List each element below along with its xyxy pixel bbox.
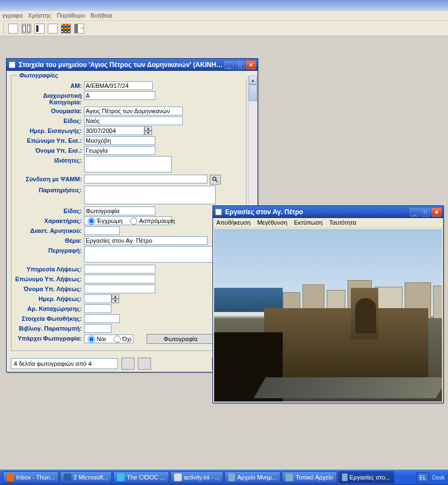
date-shot-field[interactable] bbox=[84, 294, 111, 303]
taskbar-item[interactable]: Τοπικό Αρχείο bbox=[282, 471, 337, 483]
radio-bw-input[interactable] bbox=[130, 218, 137, 225]
mdi-desktop: Στοιχεία του μνημείου 'Αγιος Πέτρος των … bbox=[0, 36, 448, 470]
am-field[interactable] bbox=[84, 81, 153, 90]
toolbar-view-single-icon[interactable] bbox=[8, 24, 18, 34]
word-icon bbox=[64, 473, 71, 481]
language-indicator[interactable]: EL bbox=[417, 472, 429, 482]
surname-in-field[interactable] bbox=[84, 136, 155, 145]
photo-arch bbox=[355, 298, 376, 333]
taskbar-item[interactable]: Αρχείο Μνημ... bbox=[225, 471, 281, 483]
open-photo-button[interactable]: Φωτογραφία bbox=[147, 334, 215, 344]
viewer-menu-identity[interactable]: Ταυτότητα bbox=[329, 219, 356, 226]
label-date-in: Ημερ. Εισαγωγής: bbox=[14, 126, 84, 134]
fieldset-legend: Φωτογραφίες bbox=[17, 72, 247, 79]
regno-field[interactable] bbox=[84, 304, 111, 313]
menu-item[interactable]: γγραφα bbox=[2, 12, 23, 19]
taskbar-item-label: Τοπικό Αρχείο bbox=[295, 474, 333, 481]
app-toolbar bbox=[0, 21, 448, 36]
taskbar-item-label: Αρχείο Μνημ... bbox=[237, 474, 277, 481]
has-photo-radio-group: Ναι Όχι bbox=[84, 335, 133, 343]
radio-no[interactable]: Όχι bbox=[114, 336, 132, 343]
name-field[interactable] bbox=[84, 107, 183, 115]
label-am: ΑΜ: bbox=[14, 81, 84, 89]
maximize-button[interactable]: □ bbox=[421, 208, 430, 216]
menu-item[interactable]: Χρήστης bbox=[28, 12, 51, 19]
radio-no-label: Όχι bbox=[122, 336, 132, 342]
date-spinner[interactable]: ▲▼ bbox=[144, 126, 152, 135]
surname-shot-field[interactable] bbox=[84, 275, 155, 283]
type2-field[interactable] bbox=[84, 207, 155, 215]
nav-prev-button[interactable] bbox=[121, 358, 135, 370]
radio-color-label: Έγχρωμη bbox=[97, 218, 122, 224]
ie-icon bbox=[117, 473, 125, 481]
radio-yes-input[interactable] bbox=[88, 336, 95, 343]
scroll-thumb[interactable] bbox=[249, 85, 257, 101]
app-window-icon bbox=[285, 473, 293, 481]
biblio-field[interactable] bbox=[84, 324, 111, 333]
firstname-shot-field[interactable] bbox=[84, 285, 155, 293]
viewer-menu-save[interactable]: Αποθήκευση bbox=[216, 219, 250, 226]
close-button[interactable]: ✕ bbox=[246, 60, 256, 69]
taskbar-item-label: Εργασίες στο... bbox=[350, 474, 390, 481]
date-shot-spinner[interactable]: ▲▼ bbox=[111, 294, 119, 303]
close-button[interactable]: ✕ bbox=[432, 208, 441, 216]
date-in-field[interactable] bbox=[84, 126, 144, 135]
toolbar-view-form-icon[interactable] bbox=[48, 24, 58, 34]
subject-field[interactable] bbox=[84, 236, 208, 245]
label-firstname-shot: Όνομα Υπ. Λήψεως: bbox=[14, 285, 84, 292]
label-psamm: Σύνδεση με ΨΑΜΜ: bbox=[14, 175, 84, 182]
psamm-field[interactable] bbox=[84, 175, 208, 183]
category-field[interactable] bbox=[84, 91, 155, 100]
taskbar: Inbox - Thun... 2 Microsoft... The CIDOC… bbox=[0, 470, 448, 485]
maximize-button[interactable]: □ bbox=[235, 60, 245, 69]
type1-field[interactable] bbox=[84, 116, 183, 125]
toolbar-color-grid-icon[interactable] bbox=[61, 24, 71, 34]
minimize-button[interactable]: _ bbox=[224, 60, 234, 69]
radio-bw[interactable]: Ασπρόμαυρη bbox=[130, 218, 175, 225]
taskbar-item[interactable]: The CIDOC ... bbox=[113, 471, 169, 483]
radio-yes[interactable]: Ναι bbox=[88, 336, 106, 343]
photo-canvas bbox=[214, 229, 442, 402]
radio-color-input[interactable] bbox=[88, 218, 95, 225]
toolbar-view-split-icon[interactable] bbox=[21, 24, 31, 34]
menu-item[interactable]: Βοήθεια bbox=[91, 12, 112, 19]
owners-field[interactable] bbox=[84, 156, 172, 172]
viewer-menu-print[interactable]: Εκτύπωση bbox=[294, 219, 322, 226]
scroll-up-arrow-icon[interactable]: ▲ bbox=[249, 76, 257, 85]
label-character: Χαρακτήρας: bbox=[14, 216, 84, 224]
record-status-field bbox=[11, 358, 118, 369]
toolbar-view-list-icon[interactable] bbox=[35, 24, 44, 34]
show-desktop[interactable]: Desk bbox=[432, 475, 445, 481]
svg-line-1 bbox=[216, 180, 218, 182]
toolbar-separator bbox=[3, 23, 4, 35]
taskbar-item[interactable]: activity.ini - ... bbox=[170, 471, 224, 483]
taskbar-item[interactable]: 2 Microsoft... bbox=[60, 471, 112, 483]
description-field[interactable] bbox=[84, 246, 216, 263]
radio-no-input[interactable] bbox=[114, 336, 121, 343]
menu-item[interactable]: Παράθυρο bbox=[57, 12, 85, 19]
viewer-menu-zoom[interactable]: Μεγέθυνση bbox=[257, 219, 287, 226]
record-window-titlebar[interactable]: Στοιχεία του μνημείου 'Αγιος Πέτρος των … bbox=[7, 59, 257, 71]
psamm-lookup-button[interactable] bbox=[210, 175, 221, 185]
negative-dim-field[interactable] bbox=[84, 226, 120, 235]
taskbar-item[interactable]: Inbox - Thun... bbox=[3, 471, 59, 483]
firstname-in-field[interactable] bbox=[84, 146, 155, 155]
taskbar-item-active[interactable]: Εργασίες στο... bbox=[338, 471, 394, 483]
notes-field[interactable] bbox=[84, 186, 216, 204]
label-subject: Θέμα: bbox=[14, 236, 84, 244]
viewer-titlebar[interactable]: Εργασίες στον Αγ. Πέτρο _ □ ✕ bbox=[213, 206, 443, 218]
label-surname-shot: Επώνυμο Υπ. Λήψεως: bbox=[14, 275, 84, 282]
photolib-field[interactable] bbox=[84, 314, 120, 323]
toolbar-exit-icon[interactable] bbox=[74, 24, 84, 34]
radio-yes-label: Ναι bbox=[97, 336, 106, 342]
minimize-button[interactable]: _ bbox=[410, 208, 419, 216]
label-name: Ονομασία: bbox=[14, 107, 84, 114]
service-field[interactable] bbox=[84, 265, 155, 274]
window-icon bbox=[9, 62, 15, 68]
title-gradient-strip bbox=[0, 0, 448, 11]
label-surname-in: Επώνυμο Υπ. Εισ.: bbox=[14, 136, 84, 144]
radio-color[interactable]: Έγχρωμη bbox=[88, 218, 122, 225]
app-window-icon bbox=[228, 473, 235, 481]
nav-next-button[interactable] bbox=[138, 358, 151, 370]
label-regno: Αρ. Καταχώρησης: bbox=[14, 304, 84, 312]
